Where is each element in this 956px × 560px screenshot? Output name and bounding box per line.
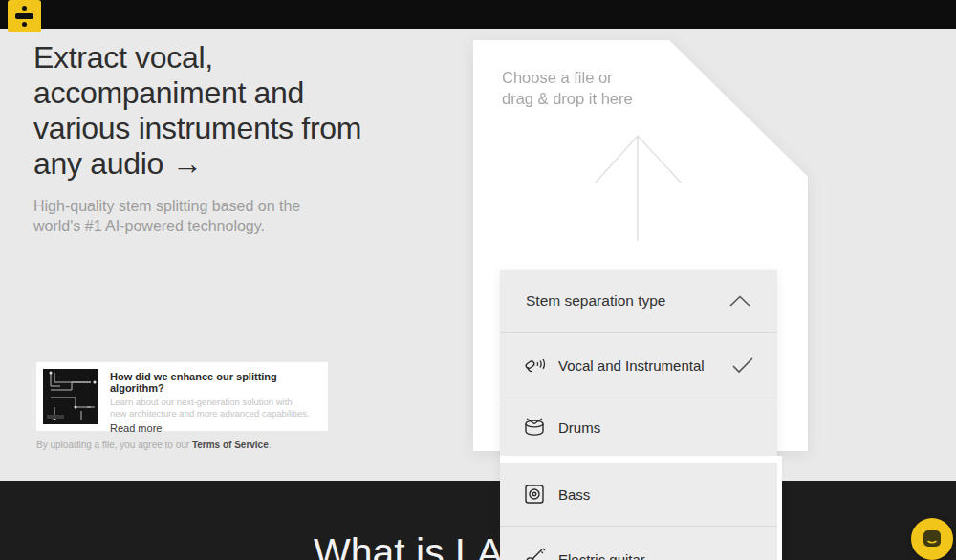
chevron-up-icon [729,295,750,307]
chat-widget-button[interactable] [911,518,953,560]
page-title: Extract vocal, accompaniment and various… [33,40,370,182]
panel-divider-gap [500,456,777,463]
division-icon [22,6,27,11]
top-navigation-bar [0,0,956,29]
lalal-logo[interactable] [8,0,41,32]
microphone-icon [523,354,546,377]
drum-icon [523,416,546,439]
promo-thumbnail [43,369,98,424]
option-drums[interactable]: Drums [500,398,777,456]
option-electric-guitar[interactable]: Electric guitar [500,527,777,560]
read-more-link[interactable]: Read more [110,422,321,434]
promo-title: How did we enhance our splitting algorit… [110,371,321,394]
upload-prompt: Choose a file or drag & drop it here [502,67,633,109]
electric-guitar-icon [523,548,546,560]
promo-description: Learn about our next-generation solution… [110,397,311,420]
terms-notice: By uploading a file, you agree to our Te… [36,440,272,450]
upload-arrow-icon [590,128,685,243]
check-icon [731,356,754,374]
page-subtitle: High-quality stem splitting based on the… [33,196,349,236]
dropdown-header-label: Stem separation type [526,292,665,310]
what-is-section: What is LALAL.AI? [0,481,956,560]
dropdown-header[interactable]: Stem separation type [500,270,777,333]
option-bass[interactable]: Bass [500,463,777,527]
terms-of-service-link[interactable]: Terms of Service [192,440,269,450]
stem-separation-dropdown: Stem separation type Vocal and Instrumen… [500,270,777,560]
option-vocal-and-instrumental[interactable]: Vocal and Instrumental [500,333,777,398]
speaker-bass-icon [523,483,546,506]
chat-icon [921,528,944,550]
section-heading: What is LALAL.AI? [0,530,956,560]
panel-edge-highlight [777,456,782,560]
promo-card[interactable]: How did we enhance our splitting algorit… [36,362,328,431]
